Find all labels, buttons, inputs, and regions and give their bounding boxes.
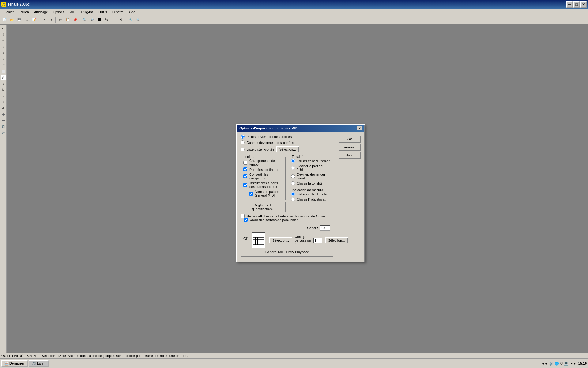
maximize-button[interactable]: □: [573, 1, 580, 8]
reglages-button[interactable]: Réglages de quantification...: [241, 202, 286, 212]
radio-tonalite-3[interactable]: Deviner, demander avant: [291, 173, 330, 180]
radio-mesure-1[interactable]: Utiliser celle du fichier: [291, 192, 330, 196]
menu-aide[interactable]: Aide: [126, 10, 138, 14]
check-instruments-input[interactable]: [243, 183, 247, 187]
percussion-group-box: Créer des portées de percussion Canal :: [241, 220, 333, 257]
taskbar: 🪟 Démarrer 🎵 Lan... ◄◄ 🔊 🌐 🛡 💻 ►► 15:10: [0, 359, 588, 368]
sidebar-btn-9[interactable]: 𝄪: [1, 81, 6, 86]
taskbar-left: 🪟 Démarrer 🎵 Lan...: [1, 360, 49, 367]
sidebar-btn-17[interactable]: 🎶: [1, 130, 6, 136]
toolbar-btn-3[interactable]: 💾: [16, 17, 23, 23]
ok-button[interactable]: OK: [339, 136, 361, 143]
toolbar-btn-8[interactable]: ✂: [57, 17, 64, 23]
toolbar-btn-10[interactable]: 📌: [72, 17, 78, 23]
cle-label: Clé :: [243, 237, 249, 244]
menu-edition[interactable]: Édition: [16, 10, 32, 14]
check-marqueurs[interactable]: Convertir les marqueurs: [243, 173, 283, 180]
sidebar-btn-10[interactable]: 𝄫: [1, 87, 6, 93]
check-creer-portees[interactable]: Créer des portées de percussion: [243, 218, 300, 222]
dialog-close-button[interactable]: ✕: [357, 126, 362, 130]
radio-tonalite-1-input[interactable]: [291, 159, 295, 163]
toolbar-btn-13[interactable]: 🅰: [96, 17, 103, 23]
toolbar-btn-16[interactable]: ⚙: [118, 17, 125, 23]
toolbar-btn-1[interactable]: 📄: [1, 17, 8, 23]
check-donnees-input[interactable]: [243, 167, 247, 171]
sidebar-btn-6[interactable]: 𝄽: [1, 56, 6, 62]
check-marqueurs-input[interactable]: [243, 174, 247, 178]
radio-tonalite-4[interactable]: Choisir la tonalité...: [291, 181, 330, 185]
toolbar-separator-2: [55, 17, 56, 23]
check-tempo-input[interactable]: [243, 161, 247, 165]
radio-tonalite-4-input[interactable]: [291, 181, 295, 185]
start-button[interactable]: 🪟 Démarrer: [1, 360, 28, 367]
check-tempo[interactable]: Changements de tempo: [243, 159, 283, 166]
sidebar-btn-active[interactable]: 🖊: [1, 75, 6, 80]
sidebar-btn-1[interactable]: ↖: [1, 26, 6, 31]
menu-fichier[interactable]: Fichier: [1, 10, 16, 14]
toolbar-btn-12[interactable]: 🔎: [89, 17, 95, 23]
toolbar-btn-5[interactable]: 📝: [31, 17, 37, 23]
sidebar-btn-8[interactable]: ⬜: [1, 69, 6, 74]
app-icon: 🎵: [1, 2, 6, 7]
toolbar-btn-2[interactable]: 📂: [9, 17, 15, 23]
radio-mesure-2[interactable]: Choisir l'indication...: [291, 197, 330, 201]
radio-tonalite-1[interactable]: Utiliser celle du fichier: [291, 159, 330, 163]
radio-canaux-input[interactable]: [241, 140, 245, 144]
radio-tonalite-2[interactable]: Deviner à partir du fichier: [291, 164, 330, 171]
toolbar-btn-14[interactable]: %: [103, 17, 110, 23]
menu-midi[interactable]: MIDI: [67, 10, 79, 14]
sidebar-btn-2[interactable]: 𝄞: [1, 32, 6, 37]
sidebar-btn-7[interactable]: 𝄻: [1, 63, 6, 68]
radio-tonalite-3-input[interactable]: [291, 174, 295, 178]
radio-mesure-1-input[interactable]: [291, 192, 295, 196]
check-noms-input[interactable]: [249, 192, 253, 196]
radio-canaux[interactable]: Canaux deviennent des portées: [241, 140, 333, 144]
sidebar-btn-5[interactable]: ♩: [1, 50, 6, 56]
radio-tonalite-2-input[interactable]: [291, 166, 295, 170]
taskbar-lan-item[interactable]: 🎵 Lan...: [29, 360, 49, 367]
menu-plugins[interactable]: Plug-ins: [79, 10, 96, 14]
sidebar-btn-16[interactable]: 🎵: [1, 124, 6, 129]
check-donnees[interactable]: Données continues: [243, 167, 283, 171]
menu-affichage[interactable]: Affichage: [32, 10, 51, 14]
sidebar-btn-13[interactable]: ⊕: [1, 105, 6, 111]
sidebar-btn-14[interactable]: ➕: [1, 112, 6, 117]
cle-selection-button[interactable]: Sélection...: [270, 237, 292, 243]
radio-pistes[interactable]: Pistes deviennent des portées: [241, 135, 333, 139]
dialog-content: Pistes deviennent des portées Canaux dev…: [241, 135, 333, 257]
sidebar-btn-12[interactable]: ♯: [1, 99, 6, 105]
selection-button-top[interactable]: Sélection...: [276, 146, 299, 152]
toolbar-btn-11[interactable]: 🔍: [81, 17, 88, 23]
help-button[interactable]: Aide: [339, 152, 361, 159]
canal-input[interactable]: [320, 225, 330, 231]
toolbar-btn-6[interactable]: ↩: [40, 17, 47, 23]
radio-liste[interactable]: Liste piste->portée: [241, 148, 274, 151]
toolbar-btn-4[interactable]: 🖨: [23, 17, 30, 23]
menu-fenetre[interactable]: Fenêtre: [109, 10, 126, 14]
config-selection-button[interactable]: Sélection...: [325, 237, 348, 243]
sidebar-btn-15[interactable]: ➖: [1, 118, 6, 123]
midi-import-dialog: Options d'importation de fichier MIDI ✕ …: [236, 124, 365, 262]
check-noms[interactable]: Noms de patchs Général MIDI: [249, 190, 283, 197]
menu-options[interactable]: Options: [50, 10, 67, 14]
config-percussion-input[interactable]: [313, 238, 322, 243]
toolbar-btn-15[interactable]: ⊡: [111, 17, 117, 23]
sidebar-btn-3[interactable]: ≡: [1, 38, 6, 44]
toolbar-btn-17[interactable]: 🔧: [127, 17, 134, 23]
toolbar-main: 📄 📂 💾 🖨 📝 ↩ ↪ ✂ 📋 📌 🔍 🔎 🅰 % ⊡ ⚙ 🔧 🔍: [0, 15, 588, 25]
check-instruments[interactable]: Instruments à partir des patchs initiaux: [243, 181, 283, 189]
sidebar-btn-11[interactable]: ♭: [1, 93, 6, 99]
close-button[interactable]: ✕: [580, 1, 587, 8]
menu-outils[interactable]: Outils: [96, 10, 109, 14]
cancel-button[interactable]: Annuler: [339, 144, 361, 151]
toolbar-btn-7[interactable]: ↪: [47, 17, 54, 23]
sidebar-btn-4[interactable]: ♪: [1, 44, 6, 50]
status-bar: OUTIL ENTRÉE SIMPLE : Sélectionnez des v…: [0, 353, 588, 368]
radio-liste-input[interactable]: [241, 148, 245, 151]
radio-mesure-2-input[interactable]: [291, 197, 295, 201]
minimize-button[interactable]: ─: [566, 1, 573, 8]
check-creer-portees-input[interactable]: [244, 218, 248, 222]
toolbar-btn-9[interactable]: 📋: [64, 17, 71, 23]
radio-pistes-input[interactable]: [241, 135, 245, 139]
toolbar-btn-18[interactable]: 🔍: [135, 17, 141, 23]
